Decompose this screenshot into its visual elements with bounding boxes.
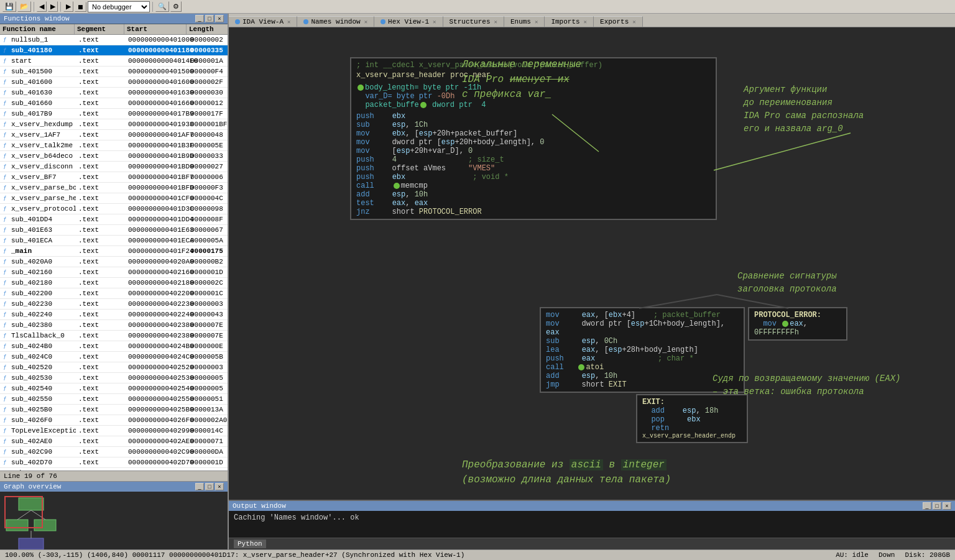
toolbar-btn-forward[interactable]: ▶ xyxy=(48,1,58,12)
function-length: 00000335 xyxy=(188,46,225,55)
function-row[interactable]: ƒsub_4026F0.text00000000004026F00000002A… xyxy=(0,415,228,426)
toolbar-btn-settings[interactable]: ⚙ xyxy=(170,1,182,12)
function-row[interactable]: ƒsub_4025B0.text00000000004025B00000013A xyxy=(0,405,228,415)
tab-imports[interactable]: Imports ✕ xyxy=(545,16,594,27)
ida-view[interactable]: ; int __cdecl x_vserv_parse_header(void … xyxy=(229,27,955,500)
function-start: 0000000000402C90 xyxy=(126,448,188,456)
function-row[interactable]: ƒx_vserv_protocol.text0000000000401D3C00… xyxy=(0,204,228,214)
functions-maximize-btn[interactable]: □ xyxy=(205,15,214,22)
function-row[interactable]: ƒsub_4017B9.text00000000004017B90000017F xyxy=(0,109,228,119)
function-row[interactable]: ƒx_vserv_hexdump.text0000000000401938000… xyxy=(0,119,228,130)
status-down: Down xyxy=(879,551,895,559)
svg-rect-2 xyxy=(34,520,56,531)
tab-enums-label: Enums xyxy=(510,18,531,25)
function-name: sub_402380 xyxy=(10,321,76,329)
toolbar-btn-stop[interactable]: ⏹ xyxy=(75,2,86,12)
output-close-btn[interactable]: × xyxy=(943,502,951,510)
function-row[interactable]: ƒsub_402520.text000000000040252000000003 xyxy=(0,362,228,373)
function-row[interactable]: ƒsub_4024C0.text00000000004024C00000005B xyxy=(0,352,228,362)
function-row[interactable]: ƒsub_402530.text000000000040253000000005 xyxy=(0,373,228,383)
function-row[interactable]: ƒsub_402380.text00000000004023800000007E xyxy=(0,320,228,331)
function-row[interactable]: ƒx_vserv_1AF7.text0000000000401AF7000000… xyxy=(0,130,228,140)
output-maximize-btn[interactable]: □ xyxy=(933,502,941,510)
graph-title: Graph overview xyxy=(4,483,61,490)
function-row[interactable]: ƒsub_401DD4.text0000000000401DD40000008F xyxy=(0,214,228,225)
function-row[interactable]: ƒsub_402180.text00000000004021800000002C xyxy=(0,278,228,288)
toolbar-btn-search[interactable]: 🔍 xyxy=(155,1,169,12)
function-icon: ƒ xyxy=(1,236,9,245)
tab-structures-close[interactable]: ✕ xyxy=(494,19,497,25)
function-row[interactable]: ƒTopLevelExceptio....text000000000040299… xyxy=(0,426,228,436)
col-header-function-name: Function name xyxy=(0,24,75,34)
tab-names-window[interactable]: Names window ✕ xyxy=(297,16,374,27)
function-row[interactable]: ƒsub_402D70.text0000000000402D700000001D xyxy=(0,457,228,468)
function-length: 0000001D xyxy=(188,458,225,467)
function-segment: .text xyxy=(76,204,126,213)
function-row[interactable]: ƒsub_402200.text00000000004022000000001C xyxy=(0,288,228,299)
tab-exports-close[interactable]: ✕ xyxy=(632,19,635,25)
function-row[interactable]: ƒsub_401180.text000000000040118000000335 xyxy=(0,45,228,56)
tab-imports-close[interactable]: ✕ xyxy=(584,19,587,25)
function-row[interactable]: ƒsub_402550.text000000000040255000000051 xyxy=(0,394,228,405)
function-row[interactable]: ƒsub_401ECA.text0000000000401ECA0000005A xyxy=(0,236,228,246)
graph-maximize-btn[interactable]: □ xyxy=(205,483,214,490)
function-segment: .text xyxy=(76,131,126,139)
function-row[interactable]: ƒx_vserv_b64deco.text0000000000401B9D000… xyxy=(0,151,228,162)
function-start: 0000000000402540 xyxy=(126,384,188,393)
tab-enums[interactable]: Enums ✕ xyxy=(504,16,545,27)
function-row[interactable]: ƒx_vserv_talk2me.text0000000000401B3F000… xyxy=(0,140,228,151)
graph-close-btn[interactable]: × xyxy=(215,483,224,490)
function-row[interactable]: ƒsub_401600.text00000000004016000000002F xyxy=(0,77,228,88)
tab-structures[interactable]: Structures ✕ xyxy=(443,16,504,27)
toolbar-btn-run[interactable]: ▶ xyxy=(63,1,73,12)
function-row[interactable]: ƒsub_401660.text000000000040166000000012 xyxy=(0,98,228,109)
graph-minimize-btn[interactable]: _ xyxy=(195,483,204,490)
function-row[interactable]: ƒsub_402240.text000000000040224000000043 xyxy=(0,310,228,320)
tab-hex-close[interactable]: ✕ xyxy=(433,19,436,25)
tab-hex-view[interactable]: Hex View-1 ✕ xyxy=(374,16,443,27)
function-segment: .text xyxy=(76,236,126,245)
right-tab-bar: IDA View-A ✕ Names window ✕ Hex View-1 ✕… xyxy=(229,14,955,27)
function-row[interactable]: ƒx_vserv_parse_body.text0000000000401BFD… xyxy=(0,183,228,193)
function-row[interactable]: ƒsub_401630.text000000000040163000000030 xyxy=(0,88,228,98)
functions-close-btn[interactable]: × xyxy=(215,15,224,22)
function-row[interactable]: ƒsub_402160.text00000000004021600000001D xyxy=(0,267,228,278)
function-icon: ƒ xyxy=(1,363,9,372)
output-caching-text: Caching 'Names window'... ok xyxy=(234,513,950,522)
function-icon: ƒ xyxy=(1,247,9,255)
debugger-select[interactable]: No debugger xyxy=(88,1,150,12)
function-length: 0000002C xyxy=(188,278,225,287)
function-row[interactable]: ƒnullsub_1.text000000000040100000000002 xyxy=(0,35,228,45)
function-length: 00000175 xyxy=(188,247,225,255)
function-row[interactable]: ƒ_main.text0000000000401F2400000175 xyxy=(0,246,228,257)
function-row[interactable]: ƒx_vserv_parse_he....text0000000000401CF… xyxy=(0,193,228,204)
tab-names-close[interactable]: ✕ xyxy=(364,19,367,25)
function-row[interactable]: ƒsub_4020A0.text00000000004020A0000000B2 xyxy=(0,257,228,267)
function-length: 00000002 xyxy=(188,35,225,44)
function-row[interactable]: ƒx_vserv_disconn.text0000000000401BD0000… xyxy=(0,162,228,172)
toolbar-btn-open[interactable]: 📂 xyxy=(17,1,31,12)
tab-ida-close[interactable]: ✕ xyxy=(287,19,290,25)
function-row[interactable]: ƒsub_402230.text000000000040223000000003 xyxy=(0,299,228,310)
output-minimize-btn[interactable]: _ xyxy=(923,502,931,510)
tab-enums-close[interactable]: ✕ xyxy=(535,19,538,25)
function-row[interactable]: ƒTlsCallback_0.text000000000040238000000… xyxy=(0,331,228,341)
function-row[interactable]: ƒsub_402540.text000000000040254000000005 xyxy=(0,383,228,394)
function-segment: .text xyxy=(76,247,126,255)
tab-ida-view[interactable]: IDA View-A ✕ xyxy=(229,16,297,27)
function-row[interactable]: ƒx_vserv_BF7.text0000000000401BF70000000… xyxy=(0,172,228,183)
col-header-length: Length xyxy=(187,24,224,34)
function-row[interactable]: ƒsub_402AE0.text0000000000402AE000000071 xyxy=(0,436,228,447)
functions-minimize-btn[interactable]: _ xyxy=(195,15,204,22)
toolbar-btn-back[interactable]: ◀ xyxy=(37,1,47,12)
function-row[interactable]: ƒsub_401500.text0000000000401500000000F4 xyxy=(0,67,228,77)
function-row[interactable]: ƒstart.text000000000004014E00000001A xyxy=(0,56,228,67)
function-icon: ƒ xyxy=(1,426,9,435)
function-row[interactable]: ƒsub_4024B0.text00000000004024B00000000E xyxy=(0,341,228,352)
function-row[interactable]: ƒsub_401E63.text0000000000401E6300000067 xyxy=(0,225,228,236)
tab-exports[interactable]: Exports ✕ xyxy=(594,16,643,27)
function-row[interactable]: ƒsub_402C90.text0000000000402C90000000DA xyxy=(0,447,228,457)
svg-rect-0 xyxy=(19,498,44,510)
toolbar-btn-save[interactable]: 💾 xyxy=(2,1,16,12)
function-length: 0000001C xyxy=(188,289,225,298)
